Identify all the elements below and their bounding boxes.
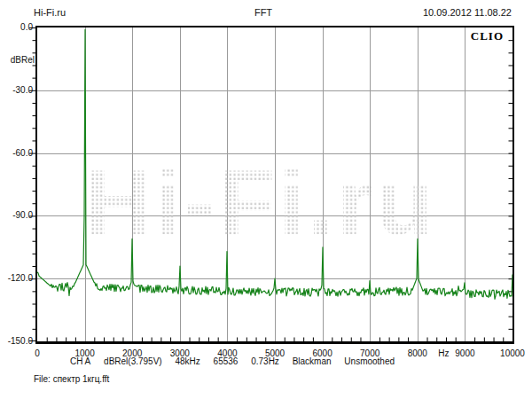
status-resolution: 0.73Hz <box>251 356 279 366</box>
y-axis-ticks <box>29 27 35 343</box>
y-tick-label: -30.0 <box>0 85 33 96</box>
status-smoothing: Unsmoothed <box>344 356 395 366</box>
clio-logo: CLIO <box>471 29 504 43</box>
file-name-label: File: спектр 1кгц.fft <box>34 374 109 384</box>
status-line: CH A dBRel(3.795V) 48kHz 65536 0.73Hz Bl… <box>65 356 400 366</box>
y-tick-label: -120.0 <box>0 273 33 284</box>
fft-analyzer-screen: Hi-Fi.ru FFT 10.09.2012 11.08.22 0.0 dBR… <box>0 0 532 399</box>
status-window: Blackman <box>293 356 332 366</box>
status-scale: dBRel(3.795V) <box>104 356 162 366</box>
y-tick-label: -150.0 <box>0 336 33 347</box>
status-channel: CH A <box>70 356 90 366</box>
header-site-label: Hi-Fi.ru <box>34 7 66 18</box>
x-tick-label: 0 <box>35 348 40 358</box>
x-axis-unit-label: Hz <box>438 348 449 358</box>
status-samplerate: 48kHz <box>175 356 200 366</box>
x-tick-label: 8000 <box>408 348 427 358</box>
header-datetime: 10.09.2012 11.08.22 <box>423 7 512 18</box>
spectrum-plot: Hi-Fi.ru <box>37 27 512 341</box>
status-fft-size: 65536 <box>214 356 239 366</box>
plot-area[interactable]: Hi-Fi.ru CLIO <box>35 26 514 344</box>
y-tick-label: -60.0 <box>0 148 33 159</box>
x-tick-label: 9000 <box>455 348 474 358</box>
x-tick-label: 10000 <box>500 348 525 358</box>
watermark-text: Hi-Fi.ru <box>85 151 436 254</box>
y-tick-label: 0.0 <box>0 22 33 33</box>
header-measurement-type: FFT <box>254 7 272 18</box>
y-tick-label: -90.0 <box>0 210 33 221</box>
